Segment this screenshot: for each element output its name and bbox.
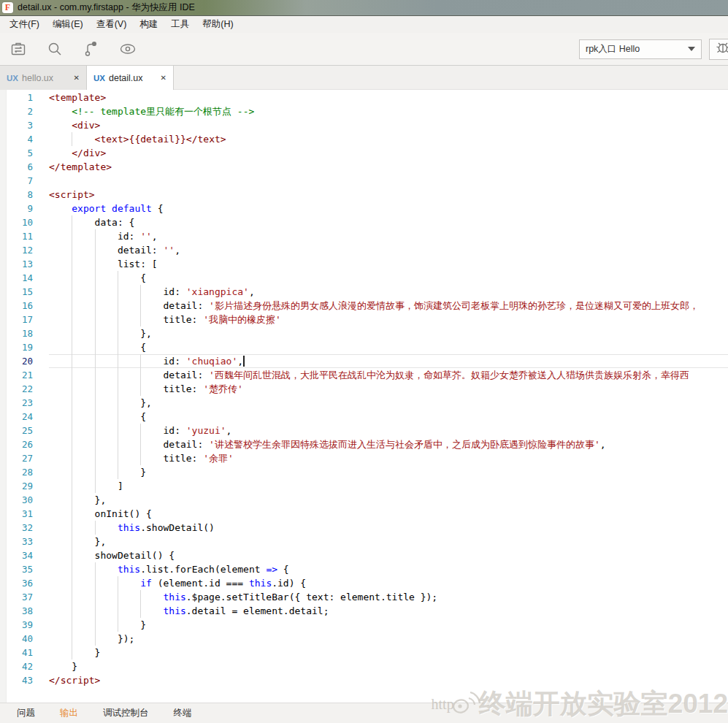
code-line[interactable]: 3<div> xyxy=(0,118,728,132)
menu-help[interactable]: 帮助(H) xyxy=(196,17,240,32)
code-line[interactable]: 4<text>{{detail}}</text> xyxy=(0,132,728,146)
menu-edit[interactable]: 编辑(E) xyxy=(46,17,90,32)
code-line[interactable]: 34showDetail() { xyxy=(0,548,728,562)
code-line[interactable]: 36if (element.id === this.id) { xyxy=(0,576,728,590)
line-number[interactable]: 41 xyxy=(0,646,33,659)
line-number[interactable]: 13 xyxy=(0,257,33,271)
code-line[interactable]: 27title: '余罪' xyxy=(0,451,728,465)
line-number[interactable]: 42 xyxy=(0,659,33,673)
close-icon[interactable]: ✕ xyxy=(74,74,80,82)
code-line[interactable]: 15id: 'xiangpica', xyxy=(0,285,728,299)
code-line[interactable]: 35this.list.forEach(element => { xyxy=(0,562,728,576)
line-number[interactable]: 18 xyxy=(0,326,33,340)
code-line[interactable]: 17title: '我脑中的橡皮擦' xyxy=(0,313,728,326)
line-number[interactable]: 29 xyxy=(0,479,33,493)
line-number[interactable]: 35 xyxy=(0,562,33,576)
panel-tab-problems[interactable]: 问题 xyxy=(16,704,36,722)
code-line[interactable]: 33}, xyxy=(0,535,728,548)
code-line[interactable]: 29] xyxy=(0,479,728,493)
menu-file[interactable]: 文件(F) xyxy=(3,17,46,32)
preview-eye-icon[interactable] xyxy=(118,39,137,58)
code-line[interactable]: 24{ xyxy=(0,410,728,424)
project-icon[interactable] xyxy=(9,39,28,58)
line-number[interactable]: 31 xyxy=(0,507,33,521)
search-icon[interactable] xyxy=(45,39,64,58)
code-area[interactable]: 1<template>2<!-- template里只能有一个根节点 -->3<… xyxy=(0,91,728,687)
line-number[interactable]: 14 xyxy=(0,271,33,285)
code-line[interactable]: 22title: '楚乔传' xyxy=(0,382,728,396)
tab-hello-ux[interactable]: UX hello.ux ✕ xyxy=(0,66,87,90)
code-line[interactable]: 20id: 'chuqiao', xyxy=(0,354,728,368)
code-line[interactable]: 28} xyxy=(0,465,728,479)
code-line[interactable]: 40}); xyxy=(0,632,728,646)
code-line[interactable]: 19{ xyxy=(0,340,728,354)
code-line[interactable]: 25id: 'yuzui', xyxy=(0,424,728,437)
line-number[interactable]: 5 xyxy=(0,146,33,160)
line-number[interactable]: 9 xyxy=(0,202,33,215)
line-number[interactable]: 2 xyxy=(0,104,33,118)
line-number[interactable]: 8 xyxy=(0,188,33,202)
code-line[interactable]: 13list: [ xyxy=(0,257,728,271)
line-number[interactable]: 34 xyxy=(0,548,33,562)
code-editor[interactable]: 1<template>2<!-- template里只能有一个根节点 -->3<… xyxy=(0,90,728,703)
code-line[interactable]: 21detail: '西魏年间乱世混战，大批平民在战乱中沦为奴隶，命如草芥。奴籍… xyxy=(0,368,728,382)
line-number[interactable]: 7 xyxy=(0,174,33,188)
line-number[interactable]: 25 xyxy=(0,424,33,437)
line-number[interactable]: 21 xyxy=(0,368,33,382)
line-number[interactable]: 16 xyxy=(0,299,33,313)
debug-run-button[interactable] xyxy=(709,39,728,60)
line-number[interactable]: 40 xyxy=(0,632,33,646)
line-number[interactable]: 4 xyxy=(0,132,33,146)
line-number[interactable]: 39 xyxy=(0,618,33,632)
line-number[interactable]: 26 xyxy=(0,437,33,451)
line-number[interactable]: 37 xyxy=(0,590,33,604)
code-line[interactable]: 42} xyxy=(0,659,728,673)
code-line[interactable]: 26detail: '讲述警校学生余罪因特殊选拔而进入生活与社会矛盾中，之后成为… xyxy=(0,437,728,451)
tab-detail-ux[interactable]: UX detail.ux ✕ xyxy=(87,66,174,90)
code-line[interactable]: 23}, xyxy=(0,396,728,410)
code-line[interactable]: 31onInit() { xyxy=(0,507,728,521)
code-line[interactable]: 16detail: '影片描述身份悬殊的男女感人浪漫的爱情故事，饰演建筑公司老板… xyxy=(0,299,728,313)
code-line[interactable]: 39} xyxy=(0,618,728,632)
line-number[interactable]: 12 xyxy=(0,243,33,257)
menu-view[interactable]: 查看(V) xyxy=(90,17,134,32)
code-line[interactable]: 2<!-- template里只能有一个根节点 --> xyxy=(0,104,728,118)
code-line[interactable]: 6</template> xyxy=(0,160,728,174)
line-number[interactable]: 1 xyxy=(0,91,33,104)
code-line[interactable]: 43</script> xyxy=(0,673,728,687)
menu-build[interactable]: 构建 xyxy=(133,17,164,32)
code-line[interactable]: 18}, xyxy=(0,326,728,340)
line-number[interactable]: 3 xyxy=(0,118,33,132)
code-line[interactable]: 11id: '', xyxy=(0,229,728,243)
panel-tab-debug-console[interactable]: 调试控制台 xyxy=(102,704,150,722)
line-number[interactable]: 10 xyxy=(0,215,33,229)
line-number[interactable]: 43 xyxy=(0,673,33,687)
line-number[interactable]: 15 xyxy=(0,285,33,299)
code-line[interactable]: 32this.showDetail() xyxy=(0,521,728,535)
code-line[interactable]: 9export default { xyxy=(0,202,728,215)
line-number[interactable]: 30 xyxy=(0,493,33,507)
code-line[interactable]: 12detail: '', xyxy=(0,243,728,257)
code-line[interactable]: 37this.$page.setTitleBar({ text: element… xyxy=(0,590,728,604)
code-line[interactable]: 41} xyxy=(0,646,728,659)
line-number[interactable]: 38 xyxy=(0,604,33,618)
code-line[interactable]: 8<script> xyxy=(0,188,728,202)
line-number[interactable]: 27 xyxy=(0,451,33,465)
code-line[interactable]: 30}, xyxy=(0,493,728,507)
panel-tab-output[interactable]: 输出 xyxy=(59,704,79,722)
code-line[interactable]: 7 xyxy=(0,174,728,188)
line-number[interactable]: 33 xyxy=(0,535,33,548)
menu-tools[interactable]: 工具 xyxy=(164,17,196,32)
line-number[interactable]: 11 xyxy=(0,229,33,243)
close-icon[interactable]: ✕ xyxy=(161,74,166,82)
line-number[interactable]: 17 xyxy=(0,313,33,326)
rpk-entry-select[interactable]: rpk入口 Hello xyxy=(579,39,702,59)
line-number[interactable]: 19 xyxy=(0,340,33,354)
line-number[interactable]: 23 xyxy=(0,396,33,410)
line-number[interactable]: 22 xyxy=(0,382,33,396)
code-line[interactable]: 5</div> xyxy=(0,146,728,160)
line-number[interactable]: 24 xyxy=(0,410,33,424)
code-line[interactable]: 10data: { xyxy=(0,215,728,229)
code-line[interactable]: 38this.detail = element.detail; xyxy=(0,604,728,618)
git-branch-icon[interactable] xyxy=(82,39,101,58)
